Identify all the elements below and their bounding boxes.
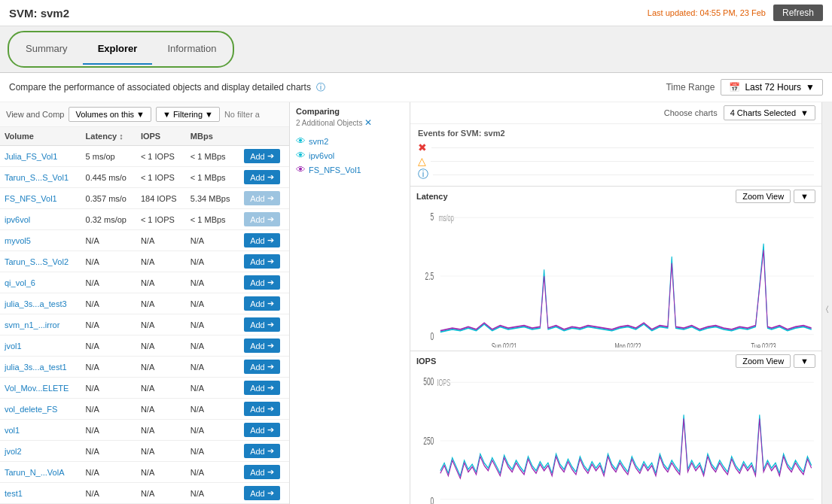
latency-cell: N/A — [81, 251, 136, 272]
iops-cell: N/A — [136, 272, 186, 293]
add-to-compare-button[interactable]: Add ➔ — [244, 486, 280, 500]
warning-icon: △ — [418, 155, 426, 167]
add-to-compare-button[interactable]: Add ➔ — [244, 296, 280, 311]
latency-cell: 5 ms/op — [81, 146, 136, 167]
events-section: Events for SVM: svm2 ✖ △ ⓘ — [410, 124, 821, 187]
volume-link[interactable]: Tarun_N_...VolA — [5, 468, 65, 477]
add-to-compare-button[interactable]: Add ➔ — [244, 233, 280, 247]
volume-name-cell: Tarun_N_...VolA — [0, 462, 81, 483]
add-to-compare-button[interactable]: Add ➔ — [244, 254, 280, 269]
volume-link[interactable]: vol_delete_FS — [5, 405, 57, 414]
tab-information[interactable]: Information — [152, 34, 231, 65]
latency-zoom-dropdown[interactable]: ▼ — [794, 190, 815, 203]
iops-zoom-dropdown[interactable]: ▼ — [794, 354, 815, 368]
add-to-compare-button[interactable]: Add ➔ — [244, 423, 280, 437]
add-to-compare-button[interactable]: Add ➔ — [244, 381, 280, 395]
time-range-button[interactable]: 📅 Last 72 Hours ▼ — [721, 79, 823, 96]
volume-link[interactable]: qi_vol_6 — [5, 278, 35, 287]
filtering-button[interactable]: ▼ Filtering ▼ — [156, 107, 220, 122]
add-arrow-icon: ➔ — [267, 425, 274, 435]
comparing-count: 2 Additional Objects — [296, 119, 362, 127]
volume-link[interactable]: Vol_Mov...ELETE — [5, 384, 69, 393]
volume-link[interactable]: Julia_FS_Vol1 — [5, 152, 57, 161]
iops-zoom-button[interactable]: Zoom View — [736, 354, 791, 368]
add-to-compare-button[interactable]: Add ➔ — [244, 360, 280, 374]
mbps-cell: N/A — [186, 272, 239, 293]
volume-link[interactable]: Tarun_S...S_Vol2 — [5, 257, 69, 266]
volume-name-cell: Julia_FS_Vol1 — [0, 146, 81, 167]
tab-summary[interactable]: Summary — [11, 34, 83, 65]
col-iops[interactable]: IOPS — [136, 127, 186, 146]
volumes-on-this-button[interactable]: Volumes on this ▼ — [69, 107, 151, 122]
compare-item[interactable]: 👁ipv6vol — [296, 148, 404, 162]
add-to-compare-button[interactable]: Add ➔ — [244, 170, 280, 184]
svg-text:250: 250 — [423, 436, 434, 446]
volume-link[interactable]: jvol1 — [5, 342, 22, 351]
volumes-table-container[interactable]: Volume Latency ↕ IOPS MBps Julia_FS_Vol1… — [0, 127, 289, 504]
volume-name-cell: vol1 — [0, 420, 81, 441]
refresh-button[interactable]: Refresh — [773, 5, 823, 21]
help-icon[interactable]: ⓘ — [316, 82, 325, 93]
no-filter-label: No filter a — [224, 110, 283, 119]
iops-chart-svg: 500 IOPS 250 0 Sun 02/21 12 AM Mon 02/22 — [416, 369, 815, 504]
col-latency[interactable]: Latency ↕ — [81, 127, 136, 146]
latency-cell: N/A — [81, 272, 136, 293]
add-to-compare-button[interactable]: Add ➔ — [244, 149, 280, 163]
volume-link[interactable]: myvol5 — [5, 236, 31, 245]
volume-name-cell: julia_3s...a_test3 — [0, 293, 81, 314]
event-row-info: ⓘ — [418, 168, 814, 181]
volume-link[interactable]: julia_3s...a_test3 — [5, 299, 67, 308]
left-panel: View and Comp Volumes on this ▼ ▼ Filter… — [0, 102, 290, 504]
add-arrow-icon: ➔ — [267, 467, 274, 477]
compare-item-eye-icon: 👁 — [296, 150, 306, 161]
add-to-compare-button[interactable]: Add ➔ — [244, 339, 280, 353]
charts-select-button[interactable]: 4 Charts Selected ▼ — [724, 105, 815, 120]
add-to-compare-button: Add ➔ — [244, 191, 280, 205]
add-to-compare-button[interactable]: Add ➔ — [244, 317, 280, 332]
last-updated: Last updated: 04:55 PM, 23 Feb — [648, 8, 766, 17]
volume-link[interactable]: ipv6vol — [5, 215, 30, 224]
iops-cell: N/A — [136, 462, 186, 483]
add-arrow-icon: ➔ — [267, 446, 274, 456]
volumes-table: Volume Latency ↕ IOPS MBps Julia_FS_Vol1… — [0, 127, 289, 504]
col-volume[interactable]: Volume — [0, 127, 81, 146]
volume-name-cell: Vol_Mov...ELETE — [0, 378, 81, 399]
scroll-indicator[interactable]: 〈 — [821, 102, 832, 504]
compare-item-name: ipv6vol — [309, 151, 334, 160]
svg-text:Mon 02/22: Mon 02/22 — [614, 342, 641, 348]
volume-link[interactable]: julia_3s...a_test1 — [5, 363, 67, 372]
volumes-label: Volumes on this — [75, 110, 134, 119]
svg-text:2.5: 2.5 — [425, 271, 434, 281]
add-to-compare-button[interactable]: Add ➔ — [244, 402, 280, 416]
add-to-compare-button[interactable]: Add ➔ — [244, 275, 280, 290]
mbps-cell: N/A — [186, 230, 239, 251]
volume-link[interactable]: test1 — [5, 489, 23, 498]
add-to-compare-button[interactable]: Add ➔ — [244, 465, 280, 479]
close-comparing-button[interactable]: ✕ — [364, 117, 372, 128]
filtering-label: Filtering — [173, 110, 203, 119]
latency-zoom-button[interactable]: Zoom View — [736, 190, 791, 203]
latency-cell: 0.32 ms/op — [81, 209, 136, 230]
time-range-controls: Time Range 📅 Last 72 Hours ▼ — [666, 79, 823, 96]
table-row: test1N/AN/AN/AAdd ➔ — [0, 483, 289, 504]
volume-link[interactable]: FS_NFS_Vol1 — [5, 194, 57, 203]
event-line-warning — [431, 161, 814, 162]
compare-item[interactable]: 👁FS_NFS_Vol1 — [296, 162, 404, 177]
add-cell: Add ➔ — [239, 293, 289, 314]
table-row: julia_3s...a_test1N/AN/AN/AAdd ➔ — [0, 357, 289, 378]
page-title: SVM: svm2 — [9, 7, 69, 20]
tab-explorer[interactable]: Explorer — [83, 34, 153, 65]
add-to-compare-button[interactable]: Add ➔ — [244, 444, 280, 458]
volume-link[interactable]: vol1 — [5, 426, 20, 435]
iops-chart-title: IOPS — [416, 357, 436, 366]
compare-items-list: 👁svm2👁ipv6vol👁FS_NFS_Vol1 — [296, 134, 404, 177]
volume-name-cell: vol_delete_FS — [0, 399, 81, 420]
volume-link[interactable]: svm_n1_...irror — [5, 320, 59, 329]
volume-link[interactable]: Tarun_S...S_Vol1 — [5, 173, 69, 182]
compare-item[interactable]: 👁svm2 — [296, 134, 404, 148]
col-mbps[interactable]: MBps — [186, 127, 239, 146]
filter-icon: ▼ — [163, 110, 171, 119]
volume-link[interactable]: jvol2 — [5, 447, 22, 456]
add-cell: Add ➔ — [239, 251, 289, 272]
header-right: Last updated: 04:55 PM, 23 Feb Refresh — [648, 5, 823, 21]
